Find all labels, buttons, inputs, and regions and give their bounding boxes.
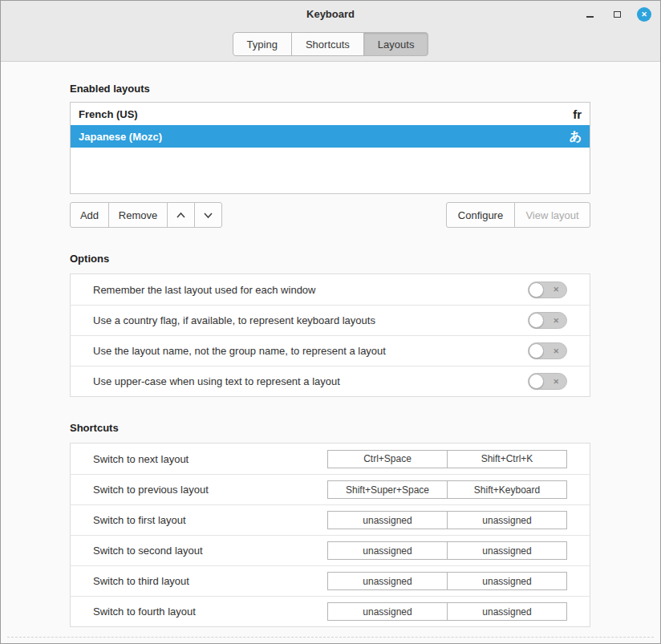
keybinding-button[interactable]: Shift+Ctrl+K xyxy=(447,450,567,468)
option-label: Use the layout name, not the group name,… xyxy=(93,345,386,357)
move-up-button[interactable] xyxy=(167,202,195,228)
tab-layouts-label: Layouts xyxy=(378,38,415,51)
layout-indicator-japanese: あ xyxy=(570,129,582,144)
shortcut-label: Switch to third layout xyxy=(93,575,189,587)
add-button[interactable]: Add xyxy=(70,202,109,228)
layout-row-french[interactable]: French (US) fr xyxy=(71,103,590,125)
shortcut-label: Switch to first layout xyxy=(93,514,186,526)
keyboard-settings-window: Keyboard ✕ Typing Shortcuts Layouts Enab… xyxy=(0,0,661,644)
tab-strip: Typing Shortcuts Layouts xyxy=(1,27,660,62)
shortcut-label: Switch to second layout xyxy=(93,545,203,557)
toggle-off-icon: ✕ xyxy=(553,346,559,354)
layout-indicator-fr: fr xyxy=(573,107,582,121)
configure-button-label: Configure xyxy=(458,209,503,221)
window-controls: ✕ xyxy=(582,7,660,22)
shortcut-row-first-layout: Switch to first layout unassigned unassi… xyxy=(71,504,590,535)
tab-shortcuts-label: Shortcuts xyxy=(306,38,350,51)
keybinding-button[interactable]: Shift+Keyboard xyxy=(447,480,567,499)
option-label: Use a country flag, if available, to rep… xyxy=(93,314,375,326)
toggle-layout-name[interactable]: ✕ xyxy=(528,342,567,359)
enabled-layouts-heading: Enabled layouts xyxy=(70,83,590,95)
shortcuts-group: Switch to next layout Ctrl+Space Shift+C… xyxy=(70,443,590,627)
minimize-button[interactable] xyxy=(582,7,597,22)
minimize-icon xyxy=(586,16,594,18)
keybinding-button[interactable]: unassigned xyxy=(327,572,448,590)
window-bottom-edge xyxy=(7,637,654,638)
configure-button[interactable]: Configure xyxy=(446,202,515,228)
titlebar: Keyboard ✕ xyxy=(1,1,660,27)
shortcuts-heading: Shortcuts xyxy=(70,422,590,434)
tab-layouts[interactable]: Layouts xyxy=(363,32,429,56)
tab-typing-label: Typing xyxy=(247,38,278,51)
keybinding-pair: Ctrl+Space Shift+Ctrl+K xyxy=(327,450,567,468)
options-heading: Options xyxy=(70,253,590,265)
toggle-off-icon: ✕ xyxy=(553,286,559,294)
view-layout-button-label: View layout xyxy=(525,209,578,221)
keybinding-button[interactable]: unassigned xyxy=(447,511,567,529)
toggle-knob xyxy=(529,282,544,298)
option-label: Use upper-case when using text to repres… xyxy=(93,375,340,387)
layouts-toolbar: Add Remove Configure xyxy=(70,202,590,228)
option-row-upper-case: Use upper-case when using text to repres… xyxy=(71,366,590,396)
keybinding-button[interactable]: Shift+Super+Space xyxy=(327,480,448,499)
keybinding-button[interactable]: Ctrl+Space xyxy=(327,450,448,468)
keybinding-button[interactable]: unassigned xyxy=(327,602,448,621)
shortcut-row-second-layout: Switch to second layout unassigned unass… xyxy=(71,535,590,565)
close-icon: ✕ xyxy=(641,10,647,18)
keybinding-pair: unassigned unassigned xyxy=(327,602,567,621)
keybinding-pair: unassigned unassigned xyxy=(327,511,567,529)
tab-typing[interactable]: Typing xyxy=(233,32,292,56)
toggle-off-icon: ✕ xyxy=(553,377,559,385)
layout-name: Japanese (Mozc) xyxy=(79,131,162,143)
close-button[interactable]: ✕ xyxy=(637,7,651,22)
chevron-down-icon xyxy=(203,209,213,221)
keybinding-button[interactable]: unassigned xyxy=(327,511,448,529)
shortcut-label: Switch to next layout xyxy=(93,453,189,465)
layout-row-japanese[interactable]: Japanese (Mozc) あ xyxy=(71,125,590,148)
tab-shortcuts[interactable]: Shortcuts xyxy=(291,32,364,56)
shortcut-row-previous-layout: Switch to previous layout Shift+Super+Sp… xyxy=(71,474,590,504)
move-down-button[interactable] xyxy=(194,202,222,228)
option-row-country-flag: Use a country flag, if available, to rep… xyxy=(71,305,590,335)
chevron-up-icon xyxy=(176,209,186,221)
layouts-page: Enabled layouts French (US) fr Japanese … xyxy=(1,83,660,627)
toggle-upper-case[interactable]: ✕ xyxy=(528,373,567,390)
remove-button-label: Remove xyxy=(119,209,157,221)
window-title: Keyboard xyxy=(1,8,660,20)
toggle-country-flag[interactable]: ✕ xyxy=(528,312,567,329)
shortcut-label: Switch to previous layout xyxy=(93,484,209,496)
keybinding-pair: Shift+Super+Space Shift+Keyboard xyxy=(327,480,567,499)
keybinding-button[interactable]: unassigned xyxy=(447,541,567,560)
maximize-icon xyxy=(614,11,621,18)
option-row-layout-name: Use the layout name, not the group name,… xyxy=(71,335,590,366)
remove-button[interactable]: Remove xyxy=(108,202,168,228)
option-label: Remember the last layout used for each w… xyxy=(93,284,315,296)
toggle-knob xyxy=(529,313,544,328)
shortcut-row-third-layout: Switch to third layout unassigned unassi… xyxy=(71,565,590,596)
layout-edit-button-group: Add Remove xyxy=(70,202,222,228)
shortcut-row-fourth-layout: Switch to fourth layout unassigned unass… xyxy=(71,596,590,626)
toggle-off-icon: ✕ xyxy=(553,316,559,324)
shortcut-row-next-layout: Switch to next layout Ctrl+Space Shift+C… xyxy=(71,444,590,474)
layouts-listbox: French (US) fr Japanese (Mozc) あ xyxy=(70,102,590,194)
keybinding-pair: unassigned unassigned xyxy=(327,572,567,590)
options-group: Remember the last layout used for each w… xyxy=(70,273,590,397)
keybinding-button[interactable]: unassigned xyxy=(447,602,567,621)
keybinding-button[interactable]: unassigned xyxy=(447,572,567,590)
maximize-button[interactable] xyxy=(610,7,624,22)
toggle-remember-last-layout[interactable]: ✕ xyxy=(528,281,567,298)
toggle-knob xyxy=(529,343,544,358)
view-layout-button[interactable]: View layout xyxy=(514,202,590,228)
layout-action-button-group: Configure View layout xyxy=(446,202,590,228)
shortcut-label: Switch to fourth layout xyxy=(93,606,196,618)
keybinding-pair: unassigned unassigned xyxy=(327,541,567,560)
toggle-knob xyxy=(529,374,544,389)
option-row-remember-last-layout: Remember the last layout used for each w… xyxy=(71,274,590,305)
add-button-label: Add xyxy=(80,209,99,221)
layout-name: French (US) xyxy=(79,108,138,120)
keybinding-button[interactable]: unassigned xyxy=(327,541,448,560)
